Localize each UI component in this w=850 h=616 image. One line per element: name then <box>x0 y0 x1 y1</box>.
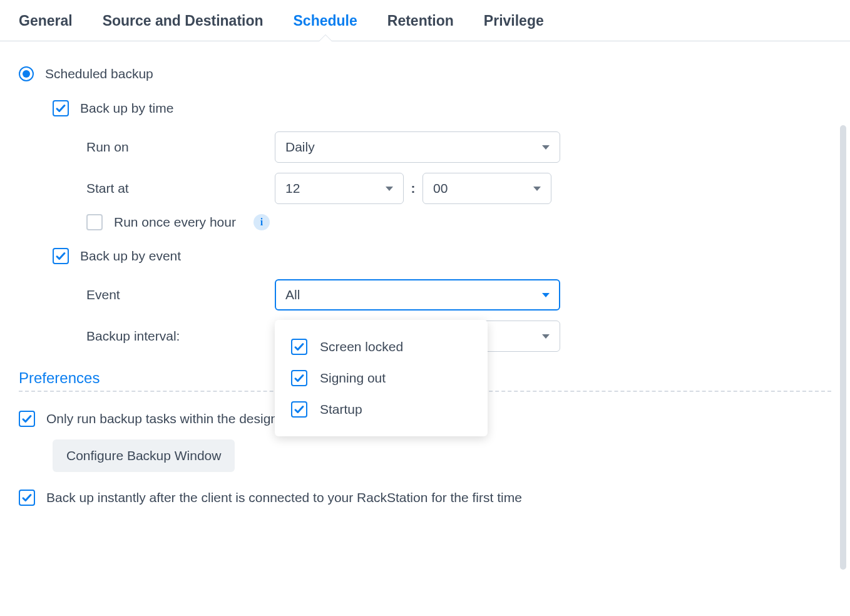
configure-backup-window-button[interactable]: Configure Backup Window <box>53 439 235 472</box>
start-minute-value: 00 <box>433 181 448 196</box>
run-every-hour-checkbox[interactable] <box>86 214 103 230</box>
option-label: Screen locked <box>320 339 403 354</box>
start-hour-value: 12 <box>285 181 300 196</box>
event-label: Event <box>53 287 275 302</box>
run-every-hour-label: Run once every hour <box>114 215 236 230</box>
run-on-label: Run on <box>53 140 275 155</box>
backup-interval-label: Backup interval: <box>53 329 275 344</box>
caret-down-icon <box>542 145 550 150</box>
scheduled-backup-label: Scheduled backup <box>45 66 153 81</box>
instant-backup-checkbox[interactable] <box>19 490 35 506</box>
start-hour-select[interactable]: 12 <box>275 173 404 204</box>
time-separator: : <box>404 181 422 196</box>
event-option-startup[interactable]: Startup <box>275 394 488 425</box>
tab-schedule[interactable]: Schedule <box>294 13 357 41</box>
info-icon[interactable]: i <box>253 214 270 230</box>
check-icon <box>294 372 305 384</box>
scheduled-backup-radio[interactable] <box>19 66 34 81</box>
caret-down-icon <box>542 334 550 339</box>
instant-backup-label: Back up instantly after the client is co… <box>46 490 522 505</box>
event-select[interactable]: All <box>275 279 560 311</box>
tab-privilege[interactable]: Privilege <box>484 13 544 41</box>
event-dropdown[interactable]: Screen locked Signing out Startup <box>275 320 488 436</box>
scheduled-backup-row: Scheduled backup <box>19 66 831 81</box>
caret-down-icon <box>533 187 541 191</box>
tab-bar: General Source and Destination Schedule … <box>0 0 850 41</box>
check-icon <box>21 413 33 424</box>
backup-by-time-checkbox[interactable] <box>53 100 69 116</box>
check-icon <box>21 492 33 503</box>
run-on-select[interactable]: Daily <box>275 131 560 163</box>
start-minute-select[interactable]: 00 <box>422 173 551 204</box>
check-icon <box>294 341 305 352</box>
caret-down-icon <box>386 187 393 191</box>
check-icon <box>55 103 66 114</box>
only-windows-checkbox[interactable] <box>19 411 35 427</box>
run-on-value: Daily <box>285 140 315 155</box>
check-icon <box>55 250 66 262</box>
option-label: Signing out <box>320 371 386 386</box>
check-icon <box>294 404 305 415</box>
event-value: All <box>285 287 300 302</box>
option-checkbox[interactable] <box>291 370 307 386</box>
option-label: Startup <box>320 402 362 417</box>
event-option-screen-locked[interactable]: Screen locked <box>275 331 488 362</box>
event-option-signing-out[interactable]: Signing out <box>275 362 488 394</box>
backup-by-time-label: Back up by time <box>80 101 173 116</box>
tab-source-destination[interactable]: Source and Destination <box>103 13 264 41</box>
backup-by-event-label: Back up by event <box>80 249 181 264</box>
tab-general[interactable]: General <box>19 13 73 41</box>
start-at-label: Start at <box>53 181 275 196</box>
content-area: Scheduled backup Back up by time Run on … <box>0 41 850 525</box>
tab-retention[interactable]: Retention <box>387 13 454 41</box>
backup-by-event-checkbox[interactable] <box>53 248 69 264</box>
scrollbar[interactable] <box>840 125 846 570</box>
caret-down-icon <box>542 293 550 297</box>
option-checkbox[interactable] <box>291 401 307 418</box>
option-checkbox[interactable] <box>291 339 307 355</box>
